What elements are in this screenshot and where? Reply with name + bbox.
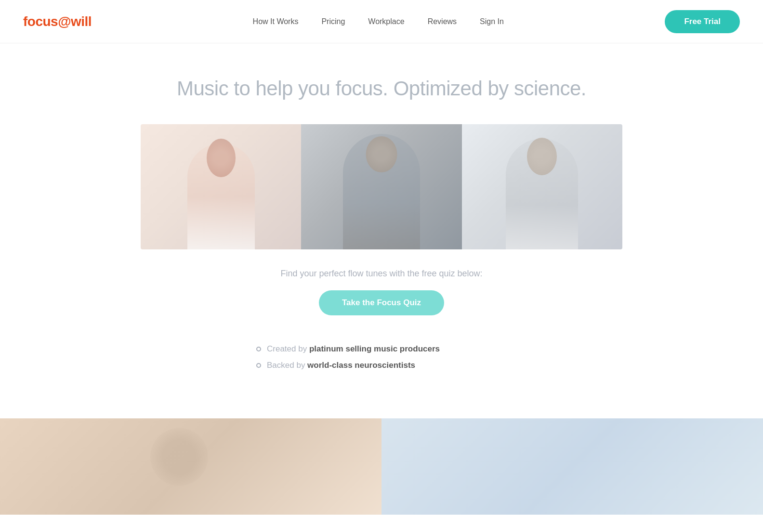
hero-image-center — [301, 124, 461, 249]
logo[interactable]: focus@will — [23, 14, 92, 29]
nav-reviews[interactable]: Reviews — [428, 17, 457, 26]
header: focus@will How It Works Pricing Workplac… — [0, 0, 763, 43]
quiz-button[interactable]: Take the Focus Quiz — [319, 290, 444, 315]
nav-sign-in[interactable]: Sign In — [480, 17, 504, 26]
bullet-prefix-scientists: Backed by — [267, 361, 307, 370]
nav-how-it-works[interactable]: How It Works — [253, 17, 299, 26]
bullet-bold-scientists: world-class neuroscientists — [307, 361, 415, 370]
hero-image-left — [141, 124, 301, 249]
hero-subtext: Find your perfect flow tunes with the fr… — [10, 269, 753, 279]
free-trial-button[interactable]: Free Trial — [665, 10, 740, 33]
bottom-section — [0, 418, 763, 515]
bottom-left-panel — [0, 418, 382, 515]
bullets-list: Created by platinum selling music produc… — [256, 344, 507, 399]
hero-image-right-bg — [462, 124, 622, 249]
nav-pricing[interactable]: Pricing — [321, 17, 345, 26]
bullet-bold-producers: platinum selling music producers — [309, 344, 440, 353]
hero-image-right — [462, 124, 622, 249]
hero-image-left-bg — [141, 124, 301, 249]
main-nav: How It Works Pricing Workplace Reviews S… — [253, 17, 504, 26]
bullet-text-producers: Created by platinum selling music produc… — [267, 344, 440, 354]
nav-workplace[interactable]: Workplace — [368, 17, 404, 26]
bullet-dot-scientists — [256, 363, 261, 368]
hero-section: Music to help you focus. Optimized by sc… — [0, 43, 763, 418]
bullet-prefix-producers: Created by — [267, 344, 309, 353]
bullet-text-scientists: Backed by world-class neuroscientists — [267, 361, 415, 370]
bullet-item-producers: Created by platinum selling music produc… — [256, 344, 440, 354]
hero-headline: Music to help you focus. Optimized by sc… — [10, 77, 753, 100]
bottom-right-panel — [382, 418, 763, 515]
hero-image-strip — [141, 124, 622, 249]
bullet-dot-producers — [256, 347, 261, 351]
bullet-item-scientists: Backed by world-class neuroscientists — [256, 361, 415, 370]
hero-image-center-bg — [301, 124, 461, 249]
